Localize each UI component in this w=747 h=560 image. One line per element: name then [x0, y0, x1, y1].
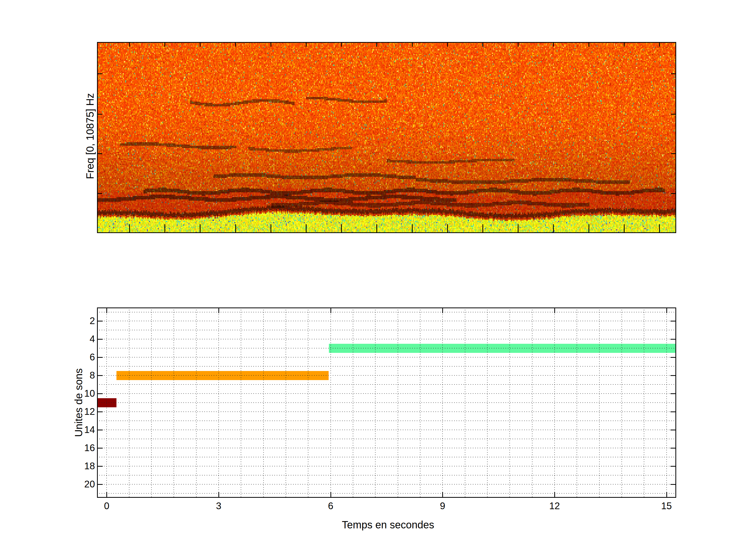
timeline-plot	[97, 308, 676, 498]
spectrogram-x-tick	[589, 42, 589, 47]
y-tick-label: 12	[84, 406, 95, 417]
timeline-x-tick	[554, 492, 555, 498]
y-tick-label: 18	[84, 461, 95, 472]
spectrogram-x-tick	[341, 42, 342, 47]
figure-root: Freq [0, 10875] Hz Unites de sons Temps …	[0, 0, 747, 560]
spectrogram-x-tick	[200, 42, 201, 47]
spectrogram-y-tick	[97, 153, 102, 154]
y-tick-label: 4	[89, 334, 95, 345]
timeline-y-tick	[97, 466, 103, 466]
grid-line-horizontal	[97, 321, 676, 321]
spectrogram-y-tick	[671, 193, 676, 194]
y-tick-label: 2	[89, 316, 95, 326]
spectrogram-x-tick	[447, 224, 448, 233]
grid-line-horizontal	[97, 493, 676, 494]
spectrogram-y-tick	[671, 153, 676, 154]
timeline-y-tick	[670, 393, 676, 394]
grid-line-horizontal	[97, 411, 676, 412]
timeline-x-tick	[218, 308, 219, 313]
spectrogram-x-tick	[306, 224, 307, 233]
timeline-y-tick	[97, 430, 103, 430]
spectrogram-x-tick	[412, 224, 413, 233]
grid-line-horizontal	[97, 357, 676, 357]
x-tick-label: 9	[440, 501, 445, 511]
spectrogram-x-tick	[624, 42, 624, 47]
spectrogram-x-tick	[306, 42, 307, 47]
timeline-y-tick	[97, 484, 103, 485]
timeline-x-tick	[106, 492, 107, 498]
timeline-y-tick	[97, 357, 103, 358]
spectrogram-x-tick	[483, 224, 483, 233]
spectrogram-x-tick	[553, 42, 554, 47]
spectrogram-y-tick	[97, 73, 102, 74]
x-tick-label: 6	[328, 501, 333, 511]
spectrogram-x-tick	[412, 42, 413, 47]
grid-line-horizontal	[97, 312, 676, 313]
timeline-x-tick	[666, 492, 667, 498]
spectrogram-x-tick	[483, 42, 483, 47]
spectrogram-x-tick	[518, 224, 518, 233]
spectrogram-x-tick	[376, 42, 377, 47]
x-tick-label: 15	[661, 501, 672, 511]
timeline-y-tick	[670, 411, 676, 412]
grid-line-horizontal	[97, 475, 676, 476]
timeline-y-tick	[97, 339, 103, 340]
spectrogram-y-tick	[671, 114, 676, 114]
spectrogram-x-tick	[235, 42, 236, 47]
grid-line-horizontal	[97, 348, 676, 348]
spectrogram-x-tick	[376, 224, 377, 233]
grid-line-horizontal	[97, 439, 676, 439]
spectrogram-x-tick	[659, 42, 660, 47]
timeline-y-tick	[670, 339, 676, 340]
spectrogram-x-tick	[164, 42, 165, 47]
timeline-y-tick	[670, 466, 676, 466]
grid-line-horizontal	[97, 384, 676, 385]
x-tick-label: 12	[549, 501, 560, 511]
spectrogram-x-tick	[553, 224, 554, 233]
grid-line-horizontal	[97, 402, 676, 403]
timeline-y-tick	[670, 375, 676, 376]
timeline-x-tick	[442, 492, 443, 498]
spectrogram-x-tick	[129, 42, 130, 47]
y-tick-label: 14	[84, 424, 95, 435]
timeline-x-tick	[106, 308, 107, 313]
timeline-y-tick	[670, 448, 676, 449]
grid-line-horizontal	[97, 330, 676, 330]
spectrogram-x-tick	[271, 42, 271, 47]
y-tick-label: 6	[89, 352, 95, 363]
spectrogram-image	[97, 42, 676, 233]
spectrogram-x-tick	[235, 224, 236, 233]
timeline-y-tick	[670, 321, 676, 321]
spectrogram-y-tick	[671, 73, 676, 74]
spectrogram-x-tick	[164, 224, 165, 233]
grid-line-horizontal	[97, 366, 676, 367]
x-tick-label: 0	[104, 501, 109, 511]
timeline-x-tick	[666, 308, 667, 313]
timeline-y-tick	[670, 484, 676, 485]
grid-line-horizontal	[97, 457, 676, 457]
timeline-x-tick	[554, 308, 555, 313]
y-tick-label: 16	[84, 443, 95, 453]
timeline-y-tick	[670, 430, 676, 430]
y-tick-label: 8	[89, 370, 95, 381]
x-tick-label: 3	[216, 501, 222, 511]
y-tick-label: 10	[84, 388, 95, 399]
timeline-y-tick	[97, 393, 103, 394]
y-tick-label: 20	[84, 479, 95, 490]
grid-line-horizontal	[97, 484, 676, 484]
grid-line-horizontal	[97, 448, 676, 448]
spectrogram-x-tick	[589, 224, 589, 233]
spectrogram-x-tick	[200, 224, 201, 233]
timeline-y-tick	[97, 321, 103, 321]
timeline-x-tick	[218, 492, 219, 498]
spectrogram-y-tick	[97, 114, 102, 114]
spectrogram-x-tick	[341, 224, 342, 233]
spectrogram-y-tick	[97, 193, 102, 194]
timeline-x-tick	[331, 308, 331, 313]
grid-line-horizontal	[97, 375, 676, 376]
grid-line-horizontal	[97, 430, 676, 430]
spectrogram-x-tick	[624, 224, 624, 233]
spectrogram-plot	[97, 42, 676, 233]
timeline-x-tick	[331, 492, 331, 498]
spectrogram-x-tick	[447, 42, 448, 47]
